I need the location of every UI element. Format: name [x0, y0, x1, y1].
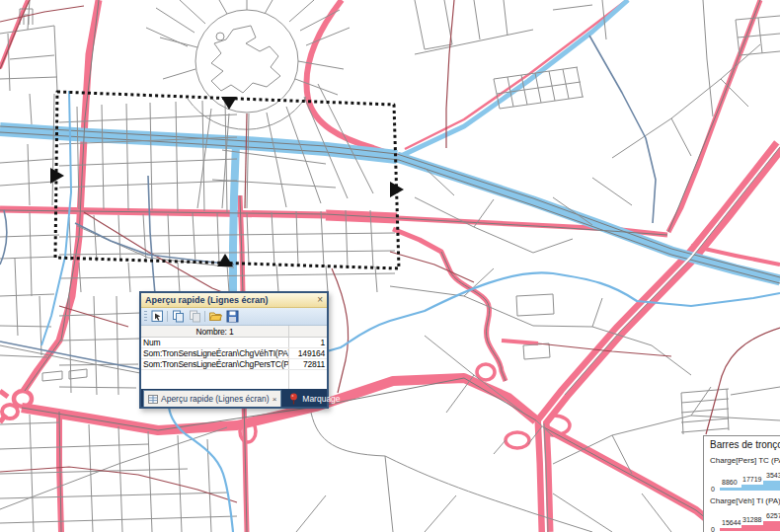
copy-disabled-button[interactable] [188, 310, 201, 323]
table-empty-area [141, 370, 327, 389]
legend-scale-tc: 0 8860 17719 35438 [720, 465, 780, 491]
table-header-row: Nombre: 1 [141, 326, 327, 338]
table-row[interactable]: Som:TronSensLigneÉcran\ChgPersTC(PA) 728… [141, 359, 327, 370]
quick-view-titlebar[interactable]: Aperçu rapide (Lignes écran) × [141, 293, 327, 308]
scale-value: 0 [711, 486, 715, 493]
streets-gray [0, 0, 780, 532]
open-folder-button[interactable] [208, 310, 222, 323]
scale-value: 17719 [742, 476, 761, 483]
open-folder-icon [208, 310, 222, 323]
legend-title: Barres de tronçon [710, 439, 780, 450]
attribute-label: Som:TronSensLigneÉcran\ChgPersTC(PA) [141, 359, 289, 369]
tab-apercu-rapide[interactable]: Aperçu rapide (Lignes écran) × [143, 390, 281, 407]
scale-value: 8860 [722, 479, 738, 486]
scale-step [720, 488, 741, 491]
count-header: Nombre: 1 [141, 326, 289, 337]
marker-pin-icon [289, 393, 298, 405]
copy-icon [172, 310, 185, 323]
attribute-label: Som:TronSensLigneÉcran\ChgVéhTI(PA) [141, 348, 289, 358]
corridor-centerlines [0, 0, 780, 532]
scale-step [763, 481, 780, 491]
copy-disabled-icon [189, 310, 201, 323]
legend-scale-ti: 0 15644 31288 62575 [720, 505, 780, 531]
attribute-value: 1 [289, 338, 327, 347]
panel-tabstrip: Aperçu rapide (Lignes écran) × Marquage [141, 389, 327, 407]
toolbar-grip-icon[interactable] [144, 311, 147, 322]
quick-view-table: Nombre: 1 Num 1 Som:TronSensLigneÉcran\C… [141, 326, 327, 389]
table-row[interactable]: Som:TronSensLigneÉcran\ChgVéhTI(PA) 1491… [141, 348, 327, 359]
save-button[interactable] [225, 310, 239, 323]
scale-value: 31288 [742, 516, 761, 523]
empty-label-cell [141, 370, 289, 389]
quick-view-title: Aperçu rapide (Lignes écran) [145, 295, 269, 305]
visum-map-screen: { "quick_view_panel": { "title": "Aperçu… [0, 0, 780, 532]
scale-step [720, 528, 741, 531]
scale-value: 35438 [766, 472, 780, 479]
table-row[interactable]: Num 1 [141, 338, 327, 348]
scale-step [741, 525, 763, 531]
table-grid-icon [148, 395, 158, 404]
scale-value: 15644 [722, 519, 741, 526]
pink-traffic-bars [0, 0, 780, 532]
blue-transit-bars [0, 0, 780, 294]
scale-value: 0 [711, 526, 715, 532]
scale-step [741, 485, 763, 491]
quick-view-panel: Aperçu rapide (Lignes écran) × [139, 291, 329, 409]
empty-value-cell [289, 370, 327, 389]
legend-section-label-ti: Charge[Véh] TI (PA) [710, 496, 780, 505]
quick-view-toolbar [141, 308, 327, 326]
tab-marquage[interactable]: Marquage [282, 391, 347, 407]
close-icon[interactable]: × [317, 295, 323, 305]
network-map-canvas[interactable] [0, 0, 780, 532]
copy-button[interactable] [171, 310, 185, 323]
attribute-value: 149164 [289, 348, 327, 358]
scale-step [763, 521, 780, 531]
toolbar-separator [204, 311, 205, 322]
attribute-label: Num [141, 338, 289, 347]
tab-label: Marquage [302, 394, 340, 404]
tab-label: Aperçu rapide (Lignes écran) [161, 394, 270, 404]
legend-section-label-tc: Charge[Pers] TC (PA) [710, 456, 780, 465]
select-zoom-button[interactable] [150, 310, 164, 323]
toolbar-separator [167, 311, 168, 322]
attribute-value: 72811 [289, 359, 327, 369]
tab-close-icon[interactable]: × [273, 395, 277, 404]
scale-value: 62575 [766, 512, 780, 519]
link-bars-legend: Barres de tronçon Charge[Pers] TC (PA) 0… [703, 435, 780, 532]
save-icon [226, 310, 239, 323]
select-zoom-icon [151, 310, 164, 323]
